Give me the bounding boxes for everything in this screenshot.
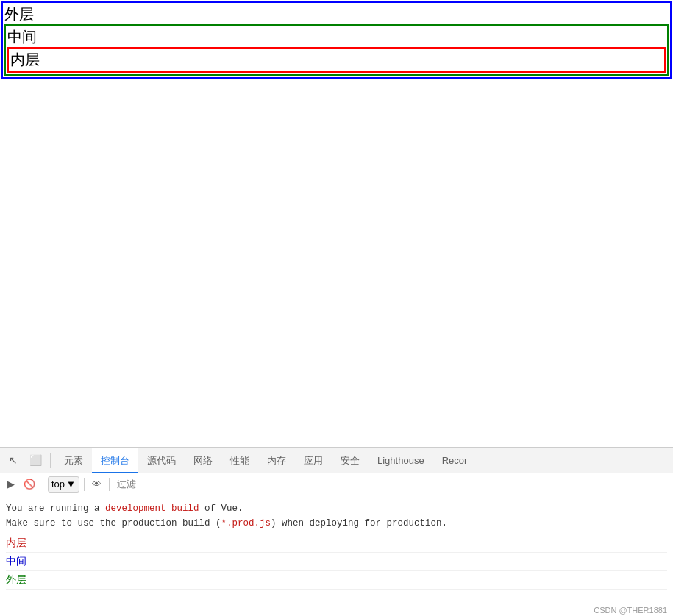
watermark: CSDN @THER1881 — [594, 606, 667, 615]
middle-box: 中间 内层 — [4, 24, 669, 76]
tab-security[interactable]: 安全 — [332, 448, 368, 473]
log-middle-line: 中间 — [6, 553, 667, 571]
log-inner-line: 内层 — [6, 534, 667, 553]
stop-btn[interactable]: 🚫 — [21, 477, 38, 491]
top-label: top — [51, 479, 65, 490]
tab-performance[interactable]: 性能 — [221, 448, 258, 473]
console-toolbar: ▶ 🚫 top ▼ 👁 — [0, 473, 673, 495]
play-btn[interactable]: ▶ — [4, 477, 18, 491]
devtools-tabs-area: 元素 控制台 源代码 网络 性能 内存 应用 安全 Lighthouse Rec… — [55, 448, 476, 473]
tab-memory[interactable]: 内存 — [258, 448, 295, 473]
console-output: You are running a development build of V… — [0, 495, 673, 604]
tab-source[interactable]: 源代码 — [138, 448, 185, 473]
tab-separator-1 — [50, 453, 51, 468]
filter-input[interactable] — [114, 479, 669, 490]
devtools-toolbar: ↖ ⬜ 元素 控制台 源代码 网络 性能 内存 应用 安全 Lighthouse… — [0, 448, 673, 473]
tab-recorder[interactable]: Recor — [433, 448, 477, 473]
prod-highlight: *.prod.js — [221, 518, 271, 529]
devtools-panel: ↖ ⬜ 元素 控制台 源代码 网络 性能 内存 应用 安全 Lighthouse… — [0, 447, 673, 616]
top-selector[interactable]: top ▼ — [48, 476, 79, 493]
vue-highlight: development build — [105, 504, 199, 514]
outer-label: 外层 — [4, 6, 34, 22]
tab-network[interactable]: 网络 — [185, 448, 221, 473]
stop-icon: 🚫 — [24, 479, 35, 490]
chevron-down-icon: ▼ — [66, 479, 76, 490]
eye-btn[interactable]: 👁 — [89, 477, 104, 491]
vue-warning-line2: Make sure to use the production build (*… — [6, 516, 667, 531]
play-icon: ▶ — [7, 479, 15, 490]
inner-label: 内层 — [10, 51, 40, 68]
tab-lighthouse[interactable]: Lighthouse — [368, 448, 433, 473]
log-middle-label[interactable]: 中间 — [6, 554, 26, 569]
middle-label: 中间 — [7, 29, 37, 45]
mobile-icon: ⬜ — [29, 454, 42, 466]
tab-console[interactable]: 控制台 — [92, 448, 138, 473]
cursor-icon-btn[interactable]: ↖ — [3, 450, 24, 470]
tab-elements[interactable]: 元素 — [55, 448, 92, 473]
eye-icon: 👁 — [92, 479, 102, 490]
cursor-icon: ↖ — [9, 454, 18, 466]
mobile-icon-btn[interactable]: ⬜ — [25, 450, 46, 470]
log-outer-label[interactable]: 外层 — [6, 573, 26, 587]
log-inner-label[interactable]: 内层 — [6, 536, 26, 551]
outer-box: 外层 中间 内层 — [1, 1, 672, 79]
tab-application[interactable]: 应用 — [295, 448, 332, 473]
console-separator-3 — [109, 478, 110, 491]
log-outer-line: 外层 — [6, 571, 667, 590]
browser-content: 外层 中间 内层 — [0, 0, 673, 447]
vue-warning-line1: You are running a development build of V… — [6, 501, 667, 516]
console-separator-2 — [84, 478, 85, 491]
console-separator-1 — [43, 478, 43, 491]
console-footer: CSDN @THER1881 — [0, 604, 673, 616]
inner-box: 内层 — [7, 47, 666, 73]
vue-warning: You are running a development build of V… — [6, 498, 667, 534]
